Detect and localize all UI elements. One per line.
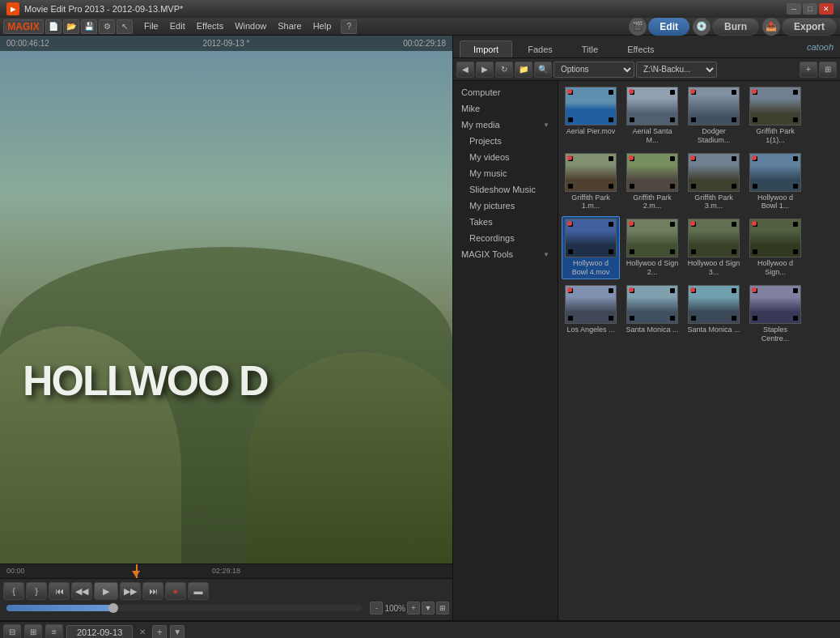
open-icon[interactable]: 📂 — [63, 19, 79, 34]
nav-item-my-music[interactable]: My music — [453, 165, 558, 181]
step-back-button[interactable]: ⏮ — [49, 582, 70, 600]
snapshot-button[interactable]: ▬ — [188, 582, 209, 600]
edit-button[interactable]: Edit — [648, 18, 689, 36]
zoom-expand-button[interactable]: ⊞ — [436, 602, 449, 615]
minimize-button[interactable]: ─ — [787, 3, 801, 15]
file-item[interactable]: Griffith Park 2.m... — [623, 151, 681, 214]
options-select[interactable]: Options — [554, 62, 634, 78]
nav-item-projects[interactable]: Projects — [453, 133, 558, 149]
film-hole — [568, 316, 573, 321]
file-item[interactable]: Los Angeles ... — [562, 283, 620, 346]
close-button[interactable]: ✕ — [819, 3, 834, 15]
add-button[interactable]: + — [800, 62, 817, 78]
film-hole — [732, 90, 736, 95]
burn-button[interactable]: Burn — [712, 18, 759, 36]
timeline-tab[interactable]: 2012-09-13 — [66, 625, 133, 638]
window-menu[interactable]: Window — [230, 19, 271, 34]
film-hole — [793, 316, 798, 321]
tab-title[interactable]: Title — [568, 40, 612, 57]
zoom-more-button[interactable]: ▼ — [422, 602, 435, 615]
nav-item-mike[interactable]: Mike — [453, 100, 558, 117]
tab-effects[interactable]: Effects — [613, 40, 668, 57]
file-thumbnail — [626, 87, 678, 125]
export-button[interactable]: Export — [782, 18, 837, 36]
red-dot-indicator — [752, 89, 757, 94]
forward-button[interactable]: ▶ — [476, 62, 494, 78]
file-item[interactable]: Aerial Santa M... — [623, 84, 681, 147]
timeline-close[interactable]: ✕ — [136, 626, 149, 639]
nav-item-slideshow-music[interactable]: Slideshow Music — [453, 181, 558, 198]
mark-out-button[interactable]: } — [26, 582, 47, 600]
menu-items: File Edit Effects Window Share Help ? — [139, 19, 357, 34]
tab-import[interactable]: Import — [460, 40, 512, 57]
grid-view-button[interactable]: ⊞ — [819, 62, 837, 78]
path-select[interactable]: Z:\N-Backu... — [636, 62, 717, 78]
preview-panel: 00:00:46:12 2012-09-13 * 00:02:29:18 HOL… — [0, 36, 453, 620]
settings-icon[interactable]: ⚙ — [99, 19, 115, 34]
file-label: Aerial Pier.mov — [566, 127, 616, 136]
back-button[interactable]: ◀ — [456, 62, 474, 78]
timeline-view-btn1[interactable]: ⊟ — [3, 624, 21, 639]
folder-button[interactable]: 📁 — [515, 62, 532, 78]
timeline-arrow[interactable]: ▼ — [170, 625, 185, 639]
nav-item-my-pictures[interactable]: My pictures — [453, 198, 558, 214]
film-hole — [630, 249, 634, 254]
browser-content: ComputerMikeMy media▼ProjectsMy videosMy… — [453, 81, 840, 620]
file-item[interactable]: Santa Monica ... — [685, 283, 743, 346]
file-menu[interactable]: File — [139, 19, 163, 34]
file-item[interactable]: Hollywoo d Sign 2... — [623, 216, 681, 279]
progress-bar[interactable] — [6, 605, 362, 611]
refresh-button[interactable]: ↻ — [495, 62, 513, 78]
film-hole — [732, 288, 736, 293]
file-item[interactable]: Hollywoo d Sign 3... — [685, 216, 743, 279]
next-frame-button[interactable]: ▶▶ — [120, 582, 141, 600]
timeline-section: ⊟ ⊞ ≡ 2012-09-13 ✕ + ▼ ↩ ↪ ✕ ✂ 📋 📌 T 🖌 ⟲… — [0, 620, 840, 638]
file-item[interactable]: Aerial Pier.mov — [562, 84, 620, 147]
prev-frame-button[interactable]: ◀◀ — [71, 582, 92, 600]
nav-item-computer[interactable]: Computer — [453, 84, 558, 100]
share-menu[interactable]: Share — [273, 19, 306, 34]
scrubber-middle: 02:29:18 — [212, 567, 240, 575]
file-item[interactable]: Hollywoo d Bowl 1... — [746, 151, 804, 214]
play-button[interactable]: ▶ — [94, 582, 118, 600]
file-item[interactable]: Griffith Park 1(1)... — [746, 84, 804, 147]
help-menu[interactable]: Help — [308, 19, 337, 34]
search-button[interactable]: 🔍 — [534, 62, 552, 78]
timeline-add[interactable]: + — [152, 625, 167, 639]
maximize-button[interactable]: □ — [803, 3, 817, 15]
effects-menu[interactable]: Effects — [192, 19, 228, 34]
film-hole — [753, 249, 757, 254]
file-item[interactable]: Griffith Park 1.m... — [562, 151, 620, 214]
zoom-out-button[interactable]: - — [370, 602, 383, 615]
film-hole — [732, 249, 736, 254]
cursor-icon[interactable]: ↖ — [117, 19, 133, 34]
record-button[interactable]: ● — [165, 582, 186, 600]
file-item[interactable]: Staples Centre... — [746, 283, 804, 346]
progress-thumb — [108, 603, 118, 613]
edit-menu[interactable]: Edit — [165, 19, 190, 34]
film-hole — [691, 117, 696, 122]
toolbar-icons: MAGIX 📄 📂 💾 ⚙ ↖ — [3, 19, 133, 34]
nav-item-my-media[interactable]: My media▼ — [453, 117, 558, 133]
timeline-view-btn3[interactable]: ≡ — [45, 624, 63, 639]
window-title: Movie Edit Pro 2013 - 2012-09-13.MVP* — [24, 4, 787, 14]
scrubber-bar[interactable]: 00:00 02:29:18 — [0, 564, 452, 578]
mark-in-button[interactable]: { — [3, 582, 24, 600]
nav-item-recordings[interactable]: Recordings — [453, 230, 558, 246]
timeline-view-btn2[interactable]: ⊞ — [24, 624, 42, 639]
step-forward-button[interactable]: ⏭ — [142, 582, 163, 600]
file-item[interactable]: Hollywoo d Bowl 4.mov — [562, 216, 620, 279]
file-item[interactable]: Santa Monica ... — [623, 283, 681, 346]
new-icon[interactable]: 📄 — [45, 19, 62, 34]
tab-fades[interactable]: Fades — [514, 40, 566, 57]
nav-item-takes[interactable]: Takes — [453, 214, 558, 230]
zoom-in-button[interactable]: + — [407, 602, 420, 615]
save-icon[interactable]: 💾 — [81, 19, 97, 34]
file-item[interactable]: Hollywoo d Sign... — [746, 216, 804, 279]
film-hole — [670, 184, 675, 189]
nav-item-my-videos[interactable]: My videos — [453, 149, 558, 165]
file-item[interactable]: Dodger Stadium... — [685, 84, 743, 147]
file-item[interactable]: Griffith Park 3.m... — [685, 151, 743, 214]
nav-item-magix-tools[interactable]: MAGIX Tools▼ — [453, 246, 558, 262]
help-icon[interactable]: ? — [341, 19, 357, 34]
